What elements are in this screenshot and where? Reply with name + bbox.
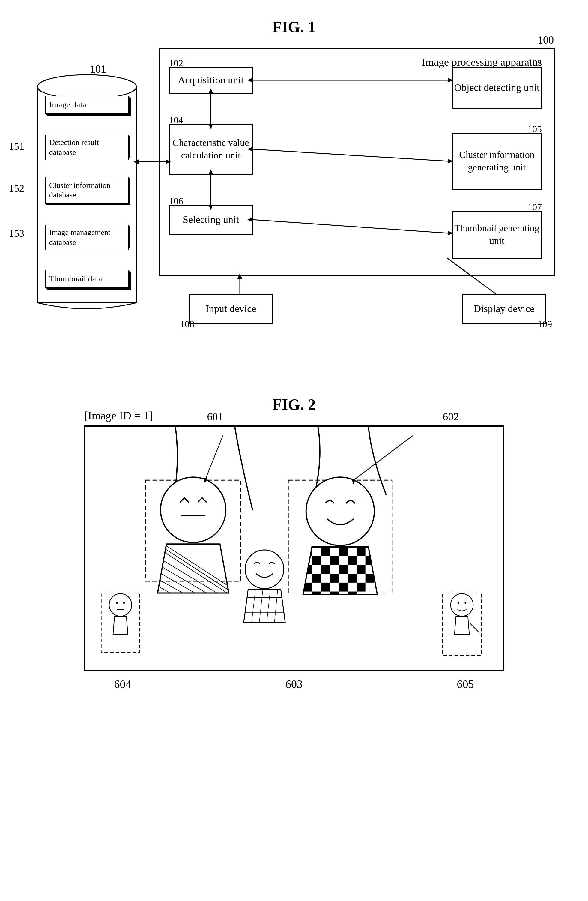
- svg-rect-62: [356, 583, 365, 592]
- db-image-mgmt: Image management database: [45, 225, 129, 250]
- svg-rect-61: [339, 583, 347, 592]
- svg-rect-54: [356, 565, 365, 574]
- svg-point-87: [457, 602, 459, 604]
- svg-rect-60: [321, 583, 330, 592]
- unit-thumbnail: Thumbnail generating unit: [452, 210, 542, 259]
- svg-rect-49: [347, 556, 356, 565]
- svg-marker-84: [113, 616, 128, 634]
- fig1-title: FIG. 1: [30, 18, 558, 36]
- svg-marker-89: [454, 616, 469, 634]
- label-603: 603: [285, 678, 303, 691]
- db-image-data: Image data: [45, 96, 129, 114]
- svg-rect-57: [347, 574, 356, 583]
- label-108: 108: [180, 319, 194, 330]
- svg-line-11: [253, 220, 448, 233]
- svg-point-66: [245, 550, 284, 589]
- svg-point-1: [37, 75, 137, 99]
- svg-point-81: [116, 602, 118, 604]
- svg-rect-44: [321, 547, 330, 556]
- fig2-bottom-labels: 604 603 605: [84, 678, 504, 691]
- fig2-container: [Image ID = 1] 601 602: [84, 426, 504, 691]
- fig2-image-id: [Image ID = 1]: [84, 409, 153, 422]
- unit-cluster: Cluster information generating unit: [452, 132, 542, 190]
- unit-char-value: Characteristic value calculation unit: [169, 124, 253, 175]
- fig2-section: FIG. 2 [Image ID = 1] 601 602: [30, 396, 558, 691]
- unit-selecting: Selecting unit: [169, 205, 253, 235]
- svg-rect-53: [339, 565, 347, 574]
- svg-rect-55: [312, 574, 321, 583]
- cylinder-database: Image data 151 Detection result database…: [36, 72, 138, 318]
- label-604: 604: [114, 678, 131, 691]
- svg-line-5: [253, 149, 448, 161]
- svg-rect-46: [356, 547, 365, 556]
- svg-rect-45: [339, 547, 347, 556]
- svg-point-26: [160, 477, 226, 542]
- label-605: 605: [457, 678, 474, 691]
- label-152: 152: [9, 183, 24, 194]
- apparatus-box: 100 Image processing apparatus 102 Acqui…: [159, 48, 555, 276]
- unit-acquisition: Acquisition unit: [169, 67, 253, 94]
- label-602: 602: [443, 410, 459, 423]
- svg-rect-52: [321, 565, 330, 574]
- label-100: 100: [538, 34, 554, 46]
- fig2-image-box: [84, 426, 504, 672]
- svg-rect-58: [365, 574, 374, 583]
- label-153: 153: [9, 228, 24, 239]
- label-601: 601: [207, 410, 223, 423]
- db-thumbnail: Thumbnail data: [45, 270, 129, 288]
- svg-point-82: [123, 602, 125, 604]
- svg-rect-56: [330, 574, 339, 583]
- unit-display: Display device: [462, 294, 546, 324]
- svg-rect-47: [312, 556, 321, 565]
- unit-input: Input device: [189, 294, 273, 324]
- svg-rect-48: [330, 556, 339, 565]
- svg-point-40: [306, 477, 374, 546]
- fig2-svg: [86, 427, 503, 670]
- svg-marker-67: [243, 589, 285, 623]
- label-151: 151: [9, 141, 24, 152]
- unit-object-detecting: Object detecting unit: [452, 67, 542, 109]
- svg-point-86: [450, 594, 473, 616]
- db-detection-result: Detection result database: [45, 135, 129, 160]
- label-109: 109: [538, 319, 552, 330]
- db-cluster-info: Cluster information database: [45, 177, 129, 204]
- svg-rect-24: [86, 427, 502, 670]
- svg-point-88: [465, 602, 466, 604]
- svg-point-80: [109, 594, 132, 616]
